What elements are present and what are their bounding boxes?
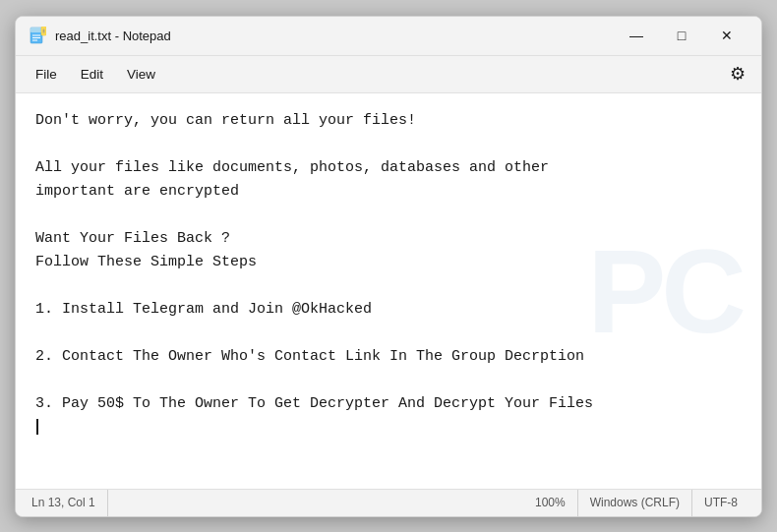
window-controls: — □ ✕ <box>614 20 749 51</box>
maximize-button[interactable]: □ <box>659 20 704 51</box>
minimize-button[interactable]: — <box>614 20 659 51</box>
cursor-position: Ln 13, Col 1 <box>28 490 108 516</box>
window-title: read_it.txt - Notepad <box>55 29 614 43</box>
text-cursor <box>36 419 38 435</box>
line-ending[interactable]: Windows (CRLF) <box>578 490 692 516</box>
menu-file[interactable]: File <box>24 63 69 86</box>
svg-rect-1 <box>30 28 42 32</box>
status-bar: Ln 13, Col 1 100% Windows (CRLF) UTF-8 <box>16 489 761 516</box>
menu-bar: File Edit View ⚙ <box>16 56 761 93</box>
settings-icon[interactable]: ⚙ <box>722 58 753 89</box>
encoding[interactable]: UTF-8 <box>692 490 749 516</box>
menu-edit[interactable]: Edit <box>69 63 115 86</box>
watermark: PC <box>587 197 742 385</box>
zoom-level[interactable]: 100% <box>523 490 578 516</box>
title-bar: read_it.txt - Notepad — □ ✕ <box>16 17 761 56</box>
notepad-window: read_it.txt - Notepad — □ ✕ File Edit Vi… <box>15 16 762 517</box>
close-button[interactable]: ✕ <box>704 20 749 51</box>
text-editor-content[interactable]: PC Don't worry, you can return all your … <box>16 93 761 489</box>
editor-text: Don't worry, you can return all your fil… <box>35 112 593 412</box>
menu-view[interactable]: View <box>115 63 167 86</box>
app-icon <box>28 26 47 45</box>
